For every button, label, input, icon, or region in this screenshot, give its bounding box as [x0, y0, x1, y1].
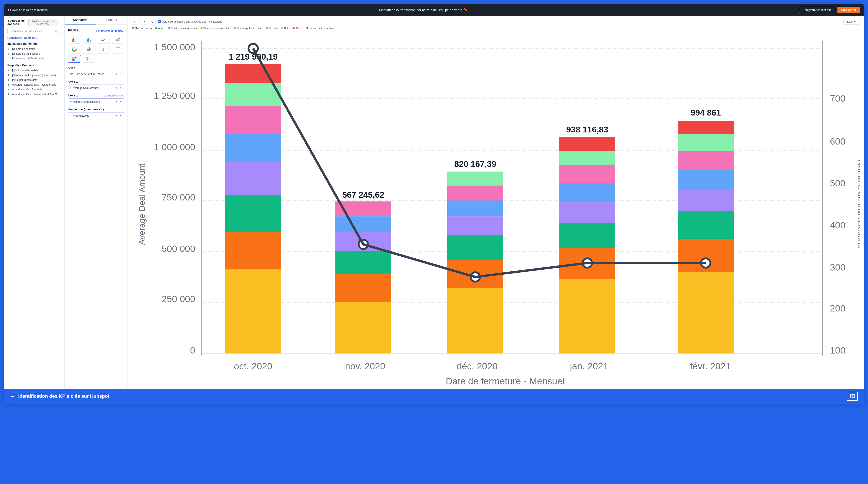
chart-type-pivot[interactable]	[82, 55, 95, 63]
chevron-down-icon-y1: ▾	[116, 87, 117, 89]
contact-items-list: T[*] Industry (demo data)T[*] Number of …	[7, 68, 61, 97]
hash-icon-y2: #	[70, 100, 71, 103]
svg-rect-66	[225, 64, 281, 83]
svg-rect-5	[87, 39, 88, 40]
legend-label: Tâche	[296, 27, 302, 30]
sidebar-item[interactable]: #Nombre de transactions	[7, 52, 61, 56]
chevron-down-icon: ▾	[116, 73, 117, 75]
banner-text: → Identification des KPIs clés sur Hubsp…	[10, 393, 110, 400]
axis-y2-value: Nombre de transactions	[73, 100, 115, 103]
chart-type-combo[interactable]	[68, 55, 81, 63]
svg-rect-59	[225, 269, 281, 353]
svg-rect-6	[88, 39, 89, 42]
svg-rect-77	[447, 288, 503, 354]
type-badge: T	[8, 84, 11, 86]
chart-type-line[interactable]	[97, 36, 110, 43]
svg-rect-4	[87, 40, 88, 42]
modify-sources-button[interactable]: Modifier les sources de données	[28, 19, 58, 26]
sidebar-item[interactable]: #Nombre de contacts	[7, 46, 61, 52]
chart-legend: (Aucune valeur)AppelSession de conversat…	[132, 27, 860, 30]
svg-text:100: 100	[830, 345, 845, 355]
delete-axis-button[interactable]: 🗑 Supprimer l'axe	[104, 94, 124, 97]
chart-type-donut[interactable]	[68, 45, 81, 54]
axis-x-select[interactable]: 📅 Date de fermeture - Mens... ▾ ✕	[68, 71, 124, 77]
axis-y2-select[interactable]: # Nombre de transactions ▾ ✕	[68, 98, 124, 105]
collapse-icon[interactable]: «	[59, 20, 61, 25]
sidebar-item[interactable]: TAbandoned Cart Recovery Workflow C...	[7, 92, 61, 97]
edit-icon[interactable]: ✏️	[464, 8, 467, 11]
svg-rect-27	[87, 59, 88, 61]
axis-x-close-icon[interactable]: ✕	[120, 72, 122, 76]
save-as-button[interactable]: Enregistrer en tant que	[799, 7, 835, 13]
back-button[interactable]: ‹ Revenir à la liste des rapports	[8, 8, 48, 12]
type-badge: T	[8, 74, 11, 76]
svg-text:1 500 000: 1 500 000	[154, 42, 195, 52]
legend-label: Nombre de transactions	[309, 27, 334, 30]
undo-button[interactable]: ↩	[132, 19, 138, 25]
axis-y2-close-icon[interactable]: ✕	[120, 100, 122, 103]
legend-label: (Aucune valeur)	[135, 27, 152, 30]
chart-type-grid: 1	[68, 36, 124, 63]
item-label: Nombre d'activités de vente	[12, 57, 44, 60]
svg-rect-83	[447, 172, 503, 186]
chart-type-table[interactable]	[111, 45, 124, 54]
tab-configure[interactable]: Configurer	[65, 15, 96, 25]
legend-dot-icon	[168, 27, 170, 29]
contacts-title: Propriétés Contacts	[7, 64, 61, 67]
save-button[interactable]: Enregistrer	[837, 7, 860, 13]
svg-text:250 000: 250 000	[161, 294, 195, 304]
svg-rect-101	[678, 151, 734, 170]
axis-y1-select[interactable]: # Average Deal Amount ▾ ✕	[68, 85, 124, 91]
ventiler-close-icon[interactable]: ✕	[120, 114, 122, 117]
ventiler-value: Type d'activité	[73, 114, 115, 117]
svg-rect-86	[559, 279, 615, 354]
legend-item: Email reply from contact	[234, 27, 262, 30]
refresh-button[interactable]: ↻	[149, 19, 156, 25]
type-badge: #	[8, 57, 11, 60]
top-nav: ‹ Revenir à la liste des rapports Montan…	[4, 4, 864, 15]
chart-type-pie[interactable]	[82, 45, 95, 54]
item-label: Nombre de contacts	[12, 47, 35, 51]
center-panel: Configurer Filtre (1) Tableau Paramètres…	[65, 15, 127, 389]
sidebar-item[interactable]: T[*] Industry (demo data)	[7, 68, 61, 73]
chart-svg: 0 250 000 500 000 750 000 1 000 000 1 25…	[132, 31, 860, 386]
svg-rect-21	[72, 59, 73, 61]
chart-type-number[interactable]: 1	[97, 45, 110, 54]
bottom-banner: → Identification des KPIs clés sur Hubsp…	[4, 389, 864, 404]
svg-text:oct. 2020: oct. 2020	[234, 361, 272, 371]
sidebar-item[interactable]: TAbandoned Cart Products	[7, 87, 61, 92]
filter-dropdown-icon[interactable]: ▾	[36, 37, 37, 39]
sidebar-item[interactable]: T[*] Region (demo data)	[7, 77, 61, 83]
parametres-link[interactable]: Paramètres du tableau	[96, 30, 124, 33]
export-button[interactable]: Exporter	[843, 19, 860, 25]
sidebar-item[interactable]: #Nombre d'activités de vente	[7, 56, 61, 61]
chart-type-area[interactable]	[111, 36, 124, 43]
legend-label: Réunion	[269, 27, 278, 30]
search-input[interactable]	[10, 30, 53, 33]
chart-type-stacked-bar[interactable]	[82, 36, 95, 43]
search-icon[interactable]: 🔍	[55, 30, 59, 33]
legend-label: Note	[284, 27, 289, 30]
axis-y1-close-icon[interactable]: ✕	[120, 86, 122, 90]
filter-value[interactable]: Contacts	[24, 36, 35, 39]
axis-y1-label: Axe Y 1	[68, 80, 124, 83]
svg-rect-79	[447, 235, 503, 260]
legend-label: Email reply from contact	[237, 27, 262, 30]
tab-filter[interactable]: Filtre (1)	[96, 15, 127, 25]
type-icon: T	[70, 114, 71, 117]
sidebar-item[interactable]: T*SAVE*Smarttel Mobile Package Type	[7, 83, 61, 87]
svg-rect-20	[118, 50, 120, 51]
sidebar-item[interactable]: T[*] Number of Employees (demo data)	[7, 73, 61, 77]
auto-update-checkbox[interactable]	[158, 20, 161, 23]
redo-button[interactable]: ↪	[141, 19, 147, 25]
chart-type-bar[interactable]	[68, 36, 81, 43]
svg-rect-103	[678, 121, 734, 134]
svg-text:500: 500	[830, 178, 845, 188]
trash-icon: 🗑	[104, 94, 107, 97]
legend-dot-icon	[292, 27, 295, 29]
ventiler-select[interactable]: T Type d'activité ▾ ✕	[68, 112, 124, 119]
arrow-icon: →	[10, 393, 16, 400]
svg-rect-17	[116, 49, 118, 50]
center-content: Tableau Paramètres du tableau	[65, 25, 127, 123]
svg-rect-1	[73, 38, 74, 42]
